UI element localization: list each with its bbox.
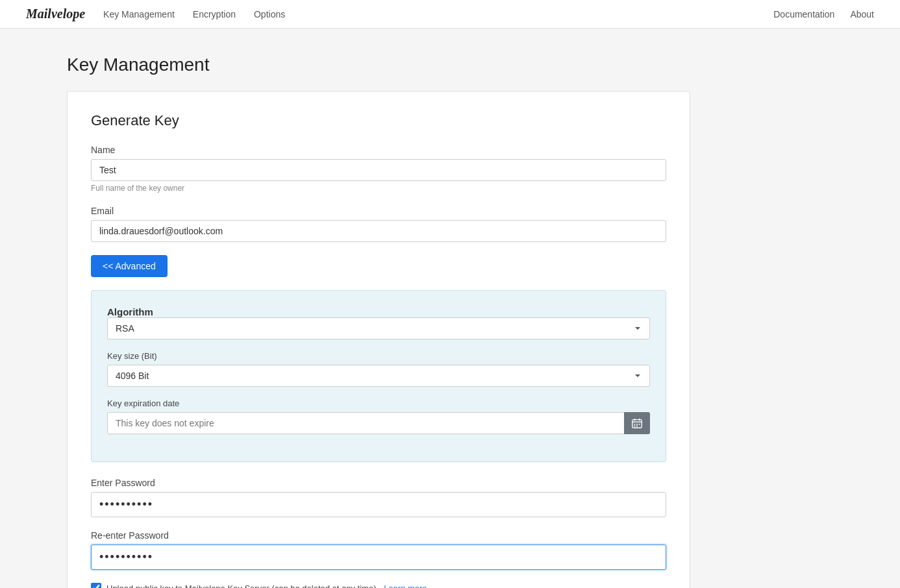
navbar-left: Mailvelope Key Management Encryption Opt… [26,6,285,21]
navbar-right: Documentation About [773,9,874,19]
email-label: Email [91,206,666,216]
calendar-button[interactable] [624,412,650,434]
email-input[interactable] [91,220,666,242]
brand-logo: Mailvelope [26,6,85,21]
keysize-group: Key size (Bit) 2048 Bit 4096 Bit [107,351,650,387]
keysize-label: Key size (Bit) [107,351,650,361]
name-hint: Full name of the key owner [91,184,666,193]
password-group: Enter Password [91,478,666,517]
algorithm-select[interactable]: RSA ECC [107,317,650,339]
expiration-input-wrapper [107,412,650,434]
upload-checkbox-label: Upload public key to Mailvelope Key Serv… [106,583,379,589]
advanced-panel: Algorithm RSA ECC Key size (Bit) 2048 Bi… [91,290,666,462]
reenter-input[interactable] [91,545,666,570]
password-label: Enter Password [91,478,666,488]
reenter-label: Re-enter Password [91,530,666,541]
page-content: Key Management Generate Key Name Full na… [28,29,872,588]
generate-key-card: Generate Key Name Full name of the key o… [67,91,690,588]
svg-rect-6 [639,424,640,425]
page-title: Key Management [67,55,833,75]
keysize-select[interactable]: 2048 Bit 4096 Bit [107,365,650,387]
svg-rect-5 [636,424,638,425]
nav-about[interactable]: About [850,9,874,19]
name-input[interactable] [91,159,666,181]
email-group: Email [91,206,666,242]
algorithm-label: Algorithm [107,306,153,317]
nav-documentation[interactable]: Documentation [773,9,834,19]
algorithm-group: Algorithm RSA ECC [107,306,650,339]
upload-checkbox-row: Upload public key to Mailvelope Key Serv… [91,583,666,588]
calendar-icon [631,417,643,429]
name-group: Name Full name of the key owner [91,145,666,193]
svg-rect-7 [634,426,636,427]
svg-rect-8 [636,426,638,427]
nav-key-management[interactable]: Key Management [103,9,175,19]
password-input[interactable] [91,492,666,517]
card-title: Generate Key [91,112,666,129]
nav-encryption[interactable]: Encryption [193,9,236,19]
nav-options[interactable]: Options [254,9,285,19]
advanced-button[interactable]: << Advanced [91,255,168,277]
learn-more-link[interactable]: Learn more [384,583,427,589]
svg-rect-4 [634,424,636,425]
name-label: Name [91,145,666,155]
reenter-password-group: Re-enter Password [91,530,666,570]
navbar: Mailvelope Key Management Encryption Opt… [0,0,900,29]
upload-checkbox[interactable] [91,583,101,588]
expiration-input[interactable] [107,412,650,434]
expiration-group: Key expiration date [107,398,650,434]
expiration-label: Key expiration date [107,398,650,408]
